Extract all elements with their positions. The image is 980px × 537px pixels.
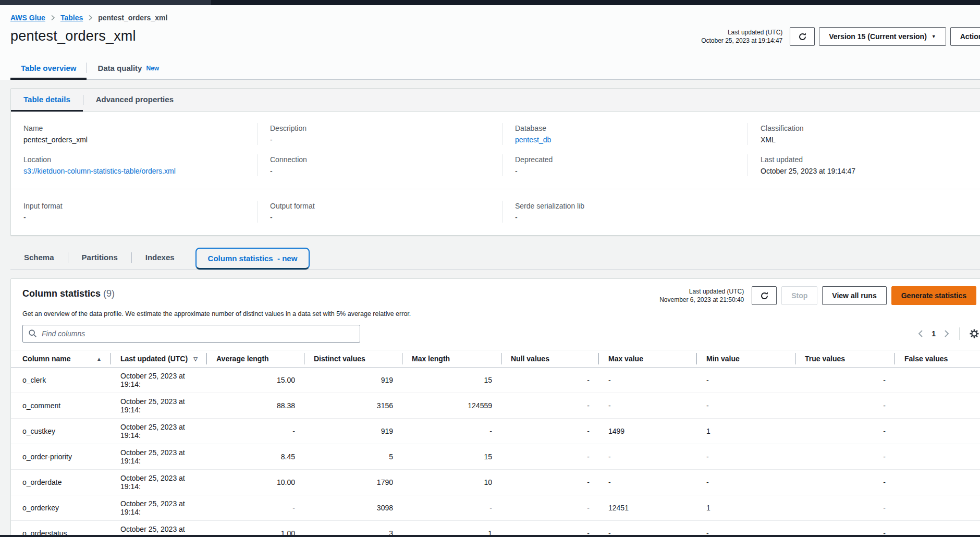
table-cell: 124559: [402, 393, 501, 419]
tab-partitions[interactable]: Partitions: [68, 253, 131, 262]
refresh-button[interactable]: [752, 286, 777, 305]
column-header-distinct-values[interactable]: Distinct values: [304, 350, 402, 368]
column-header-average-length[interactable]: Average length: [207, 350, 304, 368]
previous-page-button[interactable]: [916, 328, 924, 339]
refresh-button[interactable]: [790, 27, 815, 46]
column-header-true-values[interactable]: True values: [795, 350, 895, 368]
table-cell: -: [599, 393, 697, 419]
table-cell: -: [895, 444, 980, 470]
table-cell: -: [895, 495, 980, 521]
table-cell: -: [795, 495, 895, 521]
table-row: o_clerkOctober 25, 2023 at 19:14:15.0091…: [11, 368, 980, 393]
chevron-left-icon: [917, 329, 923, 338]
table-cell: October 25, 2023 at 19:14:: [111, 368, 207, 393]
table-details-card: Table details Advanced properties Name p…: [10, 88, 980, 236]
table-cell: -: [697, 470, 795, 495]
field-label: Database: [515, 124, 737, 132]
table-cell: 919: [304, 368, 402, 393]
field-label: Output format: [270, 202, 492, 210]
table-cell: -: [402, 495, 501, 521]
table-cell: -: [697, 393, 795, 419]
tab-column-statistics[interactable]: Column statistics - new: [195, 248, 310, 270]
stats-count: (9): [103, 288, 115, 299]
version-dropdown[interactable]: Version 15 (Current version) ▼: [819, 27, 946, 46]
table-row: o_order-priorityOctober 25, 2023 at 19:1…: [11, 444, 980, 470]
header-last-updated: Last updated (UTC) October 25, 2023 at 1…: [701, 28, 782, 45]
tab-table-overview[interactable]: Table overview: [10, 58, 87, 79]
table-row: o_orderkeyOctober 25, 2023 at 19:14:-309…: [11, 495, 980, 521]
field-value: XML: [761, 136, 980, 144]
breadcrumb-link-tables[interactable]: Tables: [60, 14, 83, 22]
field-output-format: Output format -: [257, 201, 502, 223]
chevron-right-icon: [944, 329, 950, 338]
page-header: AWS Glue Tables pentest_orders_xml pente…: [0, 5, 980, 80]
stats-table-body: o_clerkOctober 25, 2023 at 19:14:15.0091…: [11, 368, 980, 537]
tab-data-quality[interactable]: Data quality New: [87, 58, 169, 79]
table-cell: -: [697, 444, 795, 470]
chevron-right-icon: [88, 15, 93, 21]
divider: [959, 327, 960, 340]
table-cell: 1: [697, 495, 795, 521]
table-cell: -: [207, 419, 304, 444]
column-header-column-name[interactable]: Column name ▲: [11, 350, 111, 368]
next-page-button[interactable]: [943, 328, 951, 339]
last-updated-value: October 25, 2023 at 19:14:47: [701, 36, 782, 45]
table-settings-button[interactable]: [968, 327, 980, 340]
table-cell: 15.00: [207, 368, 304, 393]
tab-advanced-properties[interactable]: Advanced properties: [83, 89, 186, 111]
view-all-runs-button[interactable]: View all runs: [822, 286, 886, 305]
sort-inactive-icon: ▽: [193, 356, 198, 362]
column-header-null-values[interactable]: Null values: [501, 350, 599, 368]
table-cell: -: [895, 419, 980, 444]
actions-dropdown-label: Actions: [960, 32, 980, 41]
table-cell: -: [795, 419, 895, 444]
field-label: Description: [270, 124, 492, 132]
field-value: -: [515, 213, 737, 222]
column-header-last-updated[interactable]: Last updated (UTC) ▽: [111, 350, 207, 368]
field-empty: [748, 201, 980, 223]
tab-indexes[interactable]: Indexes: [132, 253, 188, 262]
field-value: -: [23, 213, 247, 222]
field-label: Last updated: [761, 155, 980, 164]
refresh-icon: [760, 291, 769, 300]
breadcrumb-link-aws-glue[interactable]: AWS Glue: [10, 14, 45, 22]
table-header-row: Column name ▲ Last updated (UTC) ▽ Avera…: [11, 350, 980, 368]
table-cell: -: [895, 393, 980, 419]
field-value: pentest_orders_xml: [23, 136, 247, 144]
column-header-min-value[interactable]: Min value: [697, 350, 795, 368]
s3-location-link[interactable]: s3://kietduon-column-statistics-table/or…: [23, 167, 176, 175]
generate-statistics-button[interactable]: Generate statistics: [891, 286, 976, 305]
cell-column-name: o_order-priority: [11, 444, 111, 470]
stats-title-text: Column statistics: [22, 288, 101, 299]
column-header-false-values[interactable]: False values: [895, 350, 980, 368]
database-link[interactable]: pentest_db: [515, 136, 551, 144]
field-label: Serde serialization lib: [515, 202, 737, 210]
table-cell: -: [599, 470, 697, 495]
table-row: o_orderdateOctober 25, 2023 at 19:14:10.…: [11, 470, 980, 495]
stats-last-updated: Last updated (UTC) November 6, 2023 at 2…: [659, 287, 744, 304]
chevron-right-icon: [51, 15, 55, 21]
stats-title: Column statistics (9): [22, 288, 115, 299]
column-header-max-length[interactable]: Max length: [402, 350, 501, 368]
search-box: [22, 325, 360, 343]
table-cell: -: [501, 393, 599, 419]
table-cell: 1: [697, 419, 795, 444]
column-header-max-value[interactable]: Max value: [599, 350, 697, 368]
table-cell: -: [599, 444, 697, 470]
search-input[interactable]: [22, 325, 360, 343]
table-cell: 12451: [599, 495, 697, 521]
tab-schema[interactable]: Schema: [10, 253, 68, 262]
table-cell: 88.38: [207, 393, 304, 419]
version-dropdown-label: Version 15 (Current version): [829, 32, 927, 41]
breadcrumb-current: pentest_orders_xml: [98, 14, 167, 22]
tab-table-details[interactable]: Table details: [11, 89, 83, 111]
field-classification: Classification XML: [748, 123, 980, 145]
actions-dropdown[interactable]: Actions ▼: [950, 27, 980, 46]
field-last-updated: Last updated October 25, 2023 at 19:14:4…: [748, 154, 980, 176]
stop-button[interactable]: Stop: [781, 286, 817, 305]
table-cell: 3098: [304, 495, 402, 521]
table-cell: October 25, 2023 at 19:14:: [111, 393, 207, 419]
field-value: -: [515, 167, 737, 175]
table-cell: -: [501, 419, 599, 444]
field-label: Input format: [23, 202, 247, 210]
